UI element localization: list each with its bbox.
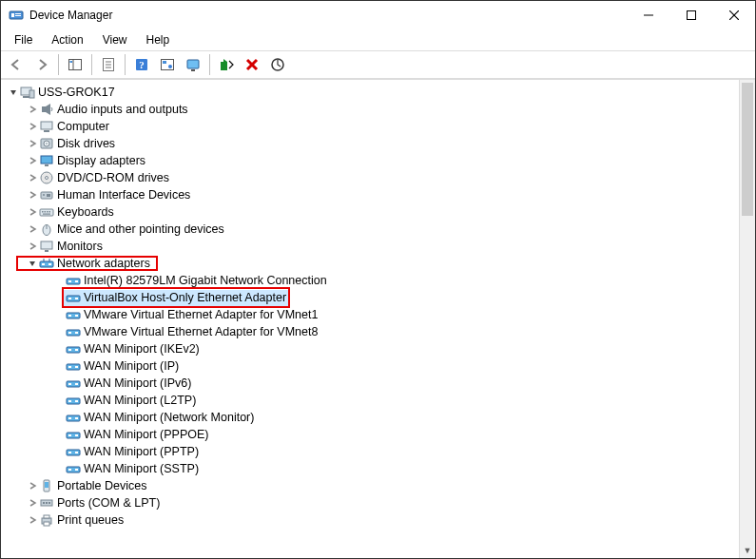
- tree-category[interactable]: Ports (COM & LPT): [5, 494, 739, 511]
- tree-category[interactable]: Portable Devices: [5, 477, 739, 494]
- network-adapter-icon: [66, 427, 81, 442]
- uninstall-device-button[interactable]: [241, 53, 263, 76]
- chevron-right-icon[interactable]: [26, 481, 39, 491]
- chevron-right-icon[interactable]: [26, 190, 39, 200]
- disable-device-button[interactable]: [215, 53, 238, 76]
- svg-rect-62: [75, 298, 78, 299]
- tree-category-label: Ports (COM & LPT): [57, 494, 160, 511]
- tree-category-label: Human Interface Devices: [57, 186, 190, 203]
- svg-rect-74: [75, 366, 78, 368]
- chevron-right-icon[interactable]: [26, 241, 39, 251]
- tree-device-label: VMware Virtual Ethernet Adapter for VMne…: [84, 323, 318, 340]
- chevron-right-icon[interactable]: [26, 156, 39, 165]
- svg-rect-29: [42, 106, 46, 112]
- svg-rect-73: [68, 366, 71, 368]
- maximize-button[interactable]: [669, 2, 712, 29]
- back-button[interactable]: [5, 53, 28, 76]
- tree-category-label: Mice and other pointing devices: [57, 221, 224, 238]
- tree-category-label: Computer: [57, 118, 109, 135]
- svg-rect-64: [68, 315, 71, 317]
- menu-help[interactable]: Help: [139, 31, 178, 48]
- hid-icon: [39, 187, 54, 202]
- svg-rect-35: [41, 156, 52, 164]
- tree-category[interactable]: Keyboards: [5, 203, 739, 221]
- svg-rect-70: [68, 349, 71, 351]
- chevron-right-icon[interactable]: [26, 515, 39, 525]
- scroll-down-button[interactable]: ▼: [740, 542, 755, 558]
- tree-device[interactable]: VMware Virtual Ethernet Adapter for VMne…: [5, 323, 739, 340]
- tree-device[interactable]: WAN Miniport (SSTP): [5, 460, 739, 477]
- svg-rect-50: [41, 241, 52, 249]
- print-icon: [39, 512, 54, 528]
- svg-rect-67: [68, 332, 71, 334]
- help-button[interactable]: ?: [130, 53, 153, 76]
- chevron-right-icon[interactable]: [26, 207, 39, 217]
- forward-button[interactable]: [30, 53, 53, 76]
- svg-rect-47: [43, 214, 50, 215]
- tree-device[interactable]: WAN Miniport (PPPOE): [5, 426, 739, 443]
- tree-device[interactable]: WAN Miniport (PPTP): [5, 443, 739, 460]
- tree-category[interactable]: Monitors: [5, 238, 739, 255]
- chevron-right-icon[interactable]: [26, 139, 39, 148]
- tree-device[interactable]: WAN Miniport (L2TP): [5, 392, 739, 409]
- tree-device-label: WAN Miniport (PPPOE): [84, 426, 209, 443]
- svg-text:?: ?: [139, 59, 145, 70]
- tree-device-label: WAN Miniport (PPTP): [84, 443, 199, 460]
- tree-category-label: Audio inputs and outputs: [57, 101, 188, 118]
- tree-category[interactable]: Computer: [5, 118, 739, 135]
- tree-category-label: DVD/CD-ROM drives: [57, 169, 169, 186]
- chevron-down-icon[interactable]: [26, 259, 39, 268]
- tree-category[interactable]: Mice and other pointing devices: [5, 221, 739, 238]
- svg-rect-5: [687, 11, 695, 20]
- svg-rect-80: [75, 400, 78, 402]
- chevron-down-icon[interactable]: [7, 87, 20, 97]
- tree-category[interactable]: Display adapters: [5, 152, 739, 169]
- menu-action[interactable]: Action: [44, 31, 90, 48]
- tree-category[interactable]: DVD/CD-ROM drives: [5, 169, 739, 186]
- svg-rect-65: [75, 315, 78, 317]
- enable-device-button[interactable]: [182, 53, 204, 76]
- svg-rect-10: [70, 61, 73, 63]
- toolbar-separator: [91, 54, 92, 75]
- tree-device[interactable]: WAN Miniport (Network Monitor): [5, 409, 739, 426]
- tree-root[interactable]: USS-GROK17: [5, 84, 739, 101]
- show-hide-tree-button[interactable]: [64, 53, 87, 76]
- network-adapter-icon: [66, 273, 81, 288]
- properties-button[interactable]: [97, 53, 120, 76]
- tree-device[interactable]: VMware Virtual Ethernet Adapter for VMne…: [5, 306, 739, 323]
- chevron-right-icon[interactable]: [26, 498, 39, 508]
- svg-rect-92: [75, 469, 78, 471]
- svg-rect-91: [68, 469, 71, 471]
- update-driver-button[interactable]: [156, 53, 179, 76]
- tree-category[interactable]: Print queues: [5, 511, 739, 529]
- minimize-button[interactable]: [627, 2, 669, 29]
- menu-file[interactable]: File: [7, 31, 40, 48]
- svg-rect-101: [44, 522, 49, 526]
- svg-rect-59: [75, 280, 78, 282]
- toolbar-separator: [209, 54, 210, 75]
- close-button[interactable]: [712, 2, 755, 29]
- chevron-right-icon[interactable]: [26, 173, 39, 183]
- chevron-right-icon[interactable]: [26, 122, 39, 131]
- chevron-right-icon[interactable]: [26, 105, 39, 114]
- scan-hardware-button[interactable]: [266, 53, 289, 76]
- device-tree[interactable]: USS-GROK17 Audio inputs and outputsCompu…: [1, 80, 739, 558]
- chevron-right-icon[interactable]: [26, 224, 39, 234]
- scrollbar-thumb[interactable]: [742, 83, 753, 216]
- tree-category[interactable]: Disk drives: [5, 135, 739, 152]
- tree-category[interactable]: Human Interface Devices: [5, 186, 739, 203]
- svg-rect-86: [75, 434, 78, 436]
- svg-rect-43: [42, 211, 44, 213]
- vertical-scrollbar[interactable]: ▲ ▼: [739, 80, 755, 558]
- tree-category[interactable]: Audio inputs and outputs: [5, 101, 739, 118]
- tree-device[interactable]: WAN Miniport (IPv6): [5, 375, 739, 392]
- tree-device[interactable]: WAN Miniport (IP): [5, 357, 739, 375]
- svg-rect-89: [75, 452, 78, 453]
- portable-icon: [39, 478, 54, 493]
- tree-device[interactable]: WAN Miniport (IKEv2): [5, 340, 739, 357]
- tree-device[interactable]: Intel(R) 82579LM Gigabit Network Connect…: [5, 272, 739, 289]
- tree-device[interactable]: VirtualBox Host-Only Ethernet Adapter: [5, 289, 739, 306]
- menu-view[interactable]: View: [95, 31, 135, 48]
- network-adapter-icon: [66, 290, 81, 305]
- tree-category-network[interactable]: Network adapters: [5, 255, 739, 272]
